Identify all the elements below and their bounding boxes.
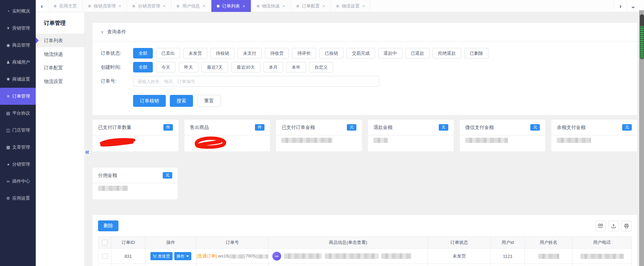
- sidebar-item-order-management[interactable]: ≡订单管理: [0, 88, 36, 105]
- status-filter-verified[interactable]: 已核销: [319, 48, 343, 59]
- product-info-cell[interactable]: [269, 264, 428, 266]
- close-icon[interactable]: ×: [283, 3, 285, 9]
- status-filter-pending-receipt[interactable]: 待收货: [265, 48, 289, 59]
- tab-app-home[interactable]: 应用主页: [48, 0, 83, 12]
- pixelated-redaction: [465, 138, 508, 143]
- column-settings-button[interactable]: [595, 221, 606, 231]
- tab-label: 用户信息: [182, 3, 200, 9]
- sidebar-item-app-settings[interactable]: ⚙应用设置: [0, 190, 36, 207]
- tab-logistics-express[interactable]: 物流快递×: [251, 0, 291, 12]
- tabs-list-dropdown-button[interactable]: ⌄: [627, 0, 639, 12]
- submenu-item-label: 订单配置: [44, 65, 63, 70]
- reset-button[interactable]: 重置: [197, 95, 221, 107]
- order-no-label: 订单号:: [101, 78, 133, 84]
- sidebar-item-realtime-overview[interactable]: ◔实时概况: [0, 3, 36, 20]
- create-time-options: 全部 今天 昨天 最近7天 最近30天 本月 本年 自定义: [133, 62, 333, 72]
- submenu-item-order-list[interactable]: 订单列表: [36, 34, 84, 47]
- tab-distributor-management[interactable]: 分销员管理×: [127, 0, 171, 12]
- order-search-input[interactable]: [133, 76, 379, 87]
- time-filter-custom[interactable]: 自定义: [309, 62, 333, 72]
- close-icon[interactable]: ×: [118, 3, 121, 9]
- tab-verifier-management[interactable]: 核销员管理×: [83, 0, 127, 12]
- table-header-row: 订单ID 操作 订单号 商品信息(单击查看) 订单状态 用户id 用户姓名 用户…: [98, 237, 632, 249]
- product-info-cell[interactable]: </>: [269, 249, 428, 264]
- scrollbar-thumb[interactable]: [640, 14, 644, 59]
- status-filter-unpaid[interactable]: 未支付: [238, 48, 262, 59]
- tab-dot-icon: [177, 5, 179, 7]
- close-icon[interactable]: ×: [362, 3, 365, 9]
- cart-icon: [153, 254, 157, 258]
- order-verify-button[interactable]: 订单核销: [133, 95, 166, 107]
- close-icon[interactable]: ×: [203, 3, 205, 9]
- user-name-cell: [525, 249, 573, 264]
- status-filter-refunding[interactable]: 退款中: [378, 48, 402, 59]
- status-filter-pending-verify[interactable]: 待核销: [210, 48, 235, 59]
- user-phone-cell: 150: [573, 264, 632, 266]
- delete-button[interactable]: 删除: [98, 220, 118, 231]
- col-header-user-name: 用户姓名: [525, 237, 573, 249]
- ship-button[interactable]: 发送货: [150, 252, 173, 260]
- time-filter-this-year[interactable]: 本年: [286, 62, 306, 72]
- time-filter-this-month[interactable]: 本月: [263, 62, 283, 72]
- order-no-cell: [普通订单] wx167905: [196, 249, 269, 264]
- row-actions-dropdown-button[interactable]: 操作: [174, 252, 191, 260]
- caret-down-icon: [186, 255, 189, 257]
- sidebar-item-goods[interactable]: ◉商品管理: [0, 37, 36, 54]
- user-id-cell: 940: [491, 264, 525, 266]
- time-filter-today[interactable]: 今天: [156, 62, 176, 72]
- window-scrollbar[interactable]: [639, 10, 644, 266]
- sidebar-item-article-management[interactable]: ▦文章管理: [0, 139, 36, 156]
- sidebar-item-distribution[interactable]: ◕分销管理: [0, 156, 36, 173]
- tab-order-config[interactable]: 订单配置×: [291, 0, 331, 12]
- status-filter-sold[interactable]: 已卖出: [156, 48, 180, 59]
- time-filter-yesterday[interactable]: 昨天: [179, 62, 198, 72]
- status-filter-refunded[interactable]: 已退款: [405, 48, 430, 59]
- pixelated-redaction: [281, 138, 333, 143]
- time-filter-last7days[interactable]: 最近7天: [202, 62, 228, 72]
- time-filter-last30days[interactable]: 最近30天: [231, 62, 260, 72]
- unit-badge: 元: [622, 124, 632, 131]
- sidebar-item-marketing[interactable]: ✈营销管理: [0, 20, 36, 37]
- select-all-checkbox[interactable]: [102, 240, 108, 245]
- status-filter-unshipped[interactable]: 未发货: [183, 48, 207, 59]
- sidebar-item-mall-settings[interactable]: ✱商城设置: [0, 71, 36, 88]
- status-filter-all[interactable]: 全部: [133, 48, 153, 59]
- submenu-item-logistics-express[interactable]: 物流快递: [36, 47, 84, 61]
- print-button[interactable]: [621, 221, 632, 231]
- stat-card-commission-amount: 分佣金额元: [93, 168, 178, 199]
- pixelated-redaction: [373, 138, 388, 143]
- close-icon[interactable]: ×: [163, 3, 165, 9]
- tab-dot-icon: [296, 5, 299, 7]
- order-status-label: 订单状态:: [101, 50, 133, 56]
- submenu-item-logistics-settings[interactable]: 物流设置: [36, 74, 84, 88]
- query-panel-header[interactable]: ∨ 查询条件: [93, 23, 637, 41]
- tab-logistics-settings[interactable]: 物流设置×: [331, 0, 371, 12]
- sidebar-item-plugin-center[interactable]: ∞插件中心: [0, 173, 36, 190]
- pixelated-redaction: [284, 253, 322, 259]
- pixelated-redaction: [557, 138, 591, 143]
- collapse-sidebar-icon[interactable]: «: [85, 148, 89, 156]
- status-filter-refund-rejected[interactable]: 拒绝退款: [433, 48, 461, 59]
- tab-user-info[interactable]: 用户信息×: [171, 0, 211, 12]
- sidebar-item-mall-users[interactable]: ♟商城用户: [0, 54, 36, 71]
- status-filter-pending-review[interactable]: 待评价: [292, 48, 316, 59]
- submenu-item-order-config[interactable]: 订单配置: [36, 61, 84, 74]
- status-filter-completed[interactable]: 交易完成: [347, 48, 375, 59]
- row-checkbox[interactable]: [102, 253, 108, 259]
- close-icon[interactable]: ×: [322, 3, 325, 9]
- close-icon[interactable]: ×: [243, 3, 245, 9]
- tabs-scroll-left-button[interactable]: ‹: [36, 0, 48, 12]
- tab-order-list[interactable]: 订单列表×: [211, 0, 251, 12]
- tabs-scroll-right-button[interactable]: ›: [614, 0, 627, 12]
- sidebar-item-platform-agreement[interactable]: ▤平台协议: [0, 105, 36, 122]
- pixelated-redaction: [255, 254, 268, 259]
- user-icon: ♟: [6, 60, 11, 65]
- export-button[interactable]: [608, 221, 619, 231]
- time-filter-all[interactable]: 全部: [133, 62, 153, 72]
- stat-card-refund-amount: 退款金额元: [368, 120, 454, 151]
- sidebar-item-label: 应用设置: [12, 195, 30, 201]
- status-filter-deleted[interactable]: 已删除: [464, 48, 488, 59]
- search-button[interactable]: 搜索: [170, 95, 193, 107]
- unit-badge: 元: [439, 124, 448, 131]
- sidebar-item-store-management[interactable]: ◫门店管理: [0, 122, 36, 139]
